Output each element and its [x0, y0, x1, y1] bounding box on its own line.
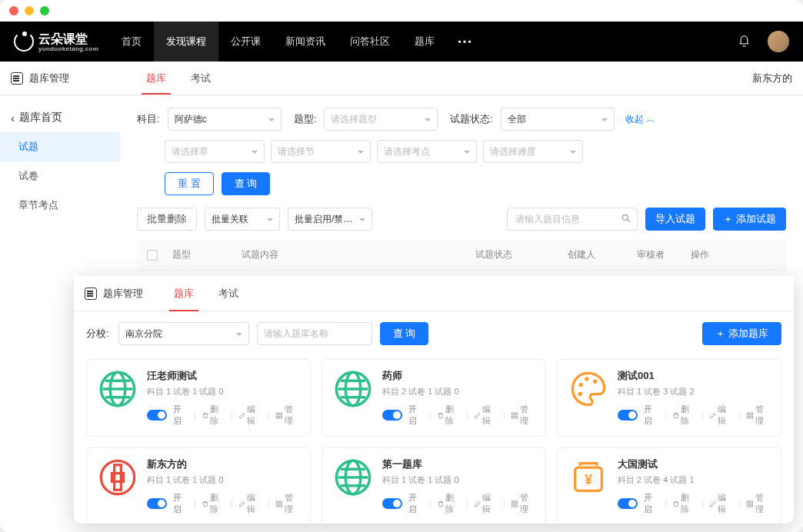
- card-edit[interactable]: 编辑: [709, 492, 733, 515]
- card-delete[interactable]: 删除: [202, 404, 225, 427]
- tab-qbank[interactable]: 题库: [134, 62, 178, 95]
- nav-qbank[interactable]: 题库: [402, 22, 447, 62]
- batch-toggle-select[interactable]: 批量启用/禁…: [288, 208, 372, 231]
- type-select[interactable]: 请选择题型: [324, 108, 438, 131]
- svg-text:¥: ¥: [585, 471, 593, 487]
- nav-right: [738, 31, 789, 52]
- card-delete[interactable]: 删除: [437, 404, 461, 427]
- add-question-button[interactable]: ＋ 添加试题: [713, 208, 786, 231]
- avatar[interactable]: [768, 31, 789, 52]
- nav-home[interactable]: 首页: [109, 22, 154, 62]
- nav-discover[interactable]: 发现课程: [154, 22, 218, 62]
- enable-toggle[interactable]: [147, 410, 167, 421]
- th-creator: 创建人: [563, 248, 632, 261]
- separator: [467, 500, 468, 507]
- mac-window: 云朵课堂 yunduoketang.com 首页 发现课程 公开课 新闻资讯 问…: [0, 0, 803, 532]
- card-delete[interactable]: 删除: [202, 492, 225, 515]
- card-edit[interactable]: 编辑: [474, 492, 498, 515]
- qbank-card[interactable]: 第一题库 科目 1 试卷 1 试题 0 开启 删除 编辑 管理: [322, 447, 546, 524]
- reset-button[interactable]: 重 置: [165, 172, 214, 195]
- separator: [268, 411, 269, 419]
- branch-select[interactable]: 南京分院: [118, 322, 249, 345]
- import-button[interactable]: 导入试题: [645, 208, 705, 231]
- select-all-checkbox[interactable]: [147, 250, 158, 261]
- separator: [195, 500, 195, 507]
- enable-toggle[interactable]: [147, 498, 167, 509]
- qbank-card[interactable]: 汪老师测试 科目 1 试卷 1 试题 0 开启 删除 编辑 管理: [86, 359, 311, 437]
- svg-rect-20: [750, 416, 752, 418]
- batch-delete-button[interactable]: 批量删除: [137, 208, 197, 231]
- section-select[interactable]: 请选择节: [271, 140, 371, 163]
- enable-toggle[interactable]: [618, 410, 638, 421]
- qbank-card[interactable]: ¥ 大国测试 科目 2 试卷 4 试题 1 开启 删除 编辑 管理: [557, 447, 781, 524]
- collapse-link[interactable]: 收起 ︿: [625, 113, 655, 126]
- panel2-tab-qbank[interactable]: 题库: [162, 276, 206, 311]
- nav-more-icon[interactable]: •••: [447, 36, 484, 48]
- separator: [232, 500, 232, 507]
- nav-news[interactable]: 新闻资讯: [273, 22, 338, 62]
- panel2-tab-exam[interactable]: 考试: [206, 276, 251, 311]
- card-manage[interactable]: 管理: [746, 492, 770, 515]
- svg-rect-36: [747, 500, 749, 503]
- logo[interactable]: 云朵课堂 yunduoketang.com: [14, 32, 98, 52]
- card-icon: [98, 457, 138, 497]
- add-qbank-button[interactable]: ＋ 添加题库: [702, 322, 781, 345]
- close-window-icon[interactable]: [9, 6, 18, 15]
- qbank-card[interactable]: 测试001 科目 1 试卷 3 试题 2 开启 删除 编辑 管理: [557, 359, 781, 437]
- svg-rect-26: [276, 504, 278, 507]
- svg-point-16: [578, 392, 581, 396]
- sidebar-back[interactable]: ‹ 题库首页: [0, 103, 120, 132]
- tab-exam[interactable]: 考试: [178, 62, 223, 95]
- sidebar-item-papers[interactable]: 试卷: [0, 161, 120, 191]
- card-manage[interactable]: 管理: [511, 404, 535, 427]
- enable-toggle[interactable]: [382, 410, 402, 421]
- qbank-card[interactable]: 新东方的 科目 1 试卷 1 试题 0 开启 删除 编辑 管理: [86, 447, 311, 524]
- card-delete[interactable]: 删除: [672, 492, 696, 515]
- card-meta: 科目 1 试卷 3 试题 2: [618, 386, 770, 397]
- svg-rect-19: [747, 416, 749, 418]
- card-manage[interactable]: 管理: [746, 404, 770, 427]
- list-icon: [85, 288, 97, 300]
- card-manage[interactable]: 管理: [511, 492, 535, 515]
- search-button[interactable]: 查 询: [222, 172, 271, 195]
- card-edit[interactable]: 编辑: [474, 404, 498, 427]
- enable-toggle[interactable]: [618, 498, 638, 509]
- chapter-select[interactable]: 请选择章: [165, 140, 265, 163]
- subheader-title: 题库管理: [29, 71, 69, 85]
- card-manage[interactable]: 管理: [275, 404, 299, 427]
- card-edit[interactable]: 编辑: [709, 404, 733, 427]
- sidebar-item-points[interactable]: 章节考点: [0, 191, 120, 220]
- subject-select[interactable]: 阿萨德c: [168, 108, 282, 131]
- nav-open-course[interactable]: 公开课: [218, 22, 273, 62]
- card-actions: 开启 删除 编辑 管理: [147, 404, 299, 427]
- panel2-search-button[interactable]: 查 询: [380, 322, 429, 345]
- card-body: 汪老师测试 科目 1 试卷 1 试题 0 开启 删除 编辑 管理: [147, 369, 299, 427]
- toggle-label: 开启: [408, 404, 424, 427]
- enable-toggle[interactable]: [382, 498, 402, 509]
- card-edit[interactable]: 编辑: [238, 492, 262, 515]
- card-body: 第一题库 科目 1 试卷 1 试题 0 开启 删除 编辑 管理: [382, 457, 535, 515]
- sidebar-item-questions[interactable]: 试题: [0, 132, 120, 161]
- card-delete[interactable]: 删除: [672, 404, 696, 427]
- card-manage[interactable]: 管理: [275, 492, 299, 515]
- toolbar-right: 导入试题 ＋ 添加试题: [507, 208, 786, 231]
- minimize-window-icon[interactable]: [25, 6, 34, 15]
- svg-rect-18: [750, 412, 752, 414]
- nav-community[interactable]: 问答社区: [338, 22, 402, 62]
- qbank-card[interactable]: 药师 科目 2 试卷 1 试题 0 开启 删除 编辑 管理: [322, 359, 546, 437]
- bell-icon[interactable]: [738, 35, 751, 48]
- maximize-window-icon[interactable]: [40, 6, 49, 15]
- card-delete[interactable]: 删除: [437, 492, 461, 515]
- batch-link-select[interactable]: 批量关联: [205, 208, 280, 231]
- search-input[interactable]: [507, 208, 638, 231]
- svg-rect-5: [276, 416, 278, 418]
- status-select[interactable]: 全部: [501, 108, 615, 131]
- card-meta: 科目 2 试卷 4 试题 1: [618, 474, 770, 486]
- point-select[interactable]: 请选择考点: [377, 140, 477, 163]
- qbank-name-input[interactable]: 请输入题库名称: [257, 322, 372, 345]
- difficulty-select[interactable]: 请选择难度: [483, 140, 583, 163]
- th-type: 题型: [168, 248, 237, 261]
- card-edit[interactable]: 编辑: [238, 404, 262, 427]
- card-body: 测试001 科目 1 试卷 3 试题 2 开启 删除 编辑 管理: [618, 369, 770, 427]
- top-nav: 云朵课堂 yunduoketang.com 首页 发现课程 公开课 新闻资讯 问…: [0, 22, 803, 62]
